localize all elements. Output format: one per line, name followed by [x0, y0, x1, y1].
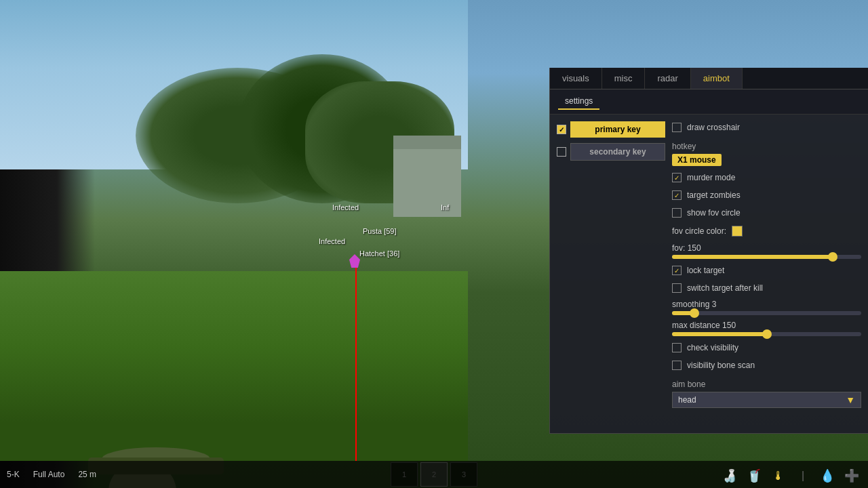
target-zombies-checkbox[interactable]	[672, 190, 682, 200]
dropdown-arrow-icon: ▼	[846, 394, 855, 405]
droplet-icon: 💧	[818, 466, 837, 485]
primary-key-button[interactable]: primary key	[570, 121, 665, 138]
bottle-icon: 🍶	[720, 466, 739, 485]
enemy-marker	[349, 254, 360, 268]
visibility-bone-scan-checkbox[interactable]	[672, 361, 682, 370]
smoothing-slider-track[interactable]	[672, 311, 861, 315]
show-fov-circle-label: show fov circle	[687, 208, 741, 218]
tab-visuals[interactable]: visuals	[550, 68, 602, 89]
check-visibility-label: check visibility	[687, 343, 738, 352]
aim-bone-section: aim bone head ▼	[672, 377, 861, 408]
key-bindings-col: primary key secondary key	[557, 121, 665, 408]
enemy-label-5: Inf	[441, 203, 449, 211]
aim-bone-dropdown[interactable]: head ▼	[672, 392, 861, 408]
murder-mode-row: murder mode	[672, 171, 861, 184]
medkit-icon: ➕	[842, 466, 861, 485]
max-distance-slider-track[interactable]	[672, 332, 861, 336]
hud-icons: 🍶 🥤 🌡 | 💧 ➕	[720, 466, 861, 485]
hud-stat-distance: 25 m	[78, 470, 96, 479]
smoothing-slider-thumb[interactable]	[690, 308, 699, 318]
target-zombies-row: target zombies	[672, 189, 861, 201]
visibility-bone-scan-label: visibility bone scan	[687, 361, 755, 370]
fov-slider-fill	[672, 255, 833, 259]
hotkey-badge[interactable]: X1 mouse	[672, 154, 722, 166]
settings-panel: visuals misc radar aimbot settings prima…	[549, 68, 868, 434]
lock-target-label: lock target	[687, 266, 724, 275]
enemy-label-3: Infected	[319, 237, 345, 245]
lock-target-checkbox[interactable]	[672, 266, 682, 275]
smoothing-label: smoothing 3	[672, 300, 861, 309]
fov-slider-track[interactable]	[672, 255, 861, 259]
primary-key-checkbox[interactable]	[557, 125, 566, 134]
sub-tab-settings[interactable]: settings	[558, 94, 599, 110]
aim-bone-label: aim bone	[672, 380, 861, 389]
check-visibility-row: check visibility	[672, 342, 861, 354]
max-distance-slider-row: max distance 150	[672, 321, 861, 336]
hud-stat-kills: 5-K	[7, 470, 20, 479]
fov-slider-row: fov: 150	[672, 243, 861, 259]
fov-slider-label: fov: 150	[672, 243, 861, 253]
visibility-bone-scan-row: visibility bone scan	[672, 359, 861, 371]
fov-slider-thumb[interactable]	[828, 252, 837, 262]
show-fov-circle-row: show fov circle	[672, 207, 861, 219]
switch-target-row: switch target after kill	[672, 282, 861, 294]
show-fov-circle-checkbox[interactable]	[672, 208, 682, 218]
secondary-key-checkbox[interactable]	[557, 147, 566, 157]
draw-crosshair-checkbox[interactable]	[672, 123, 682, 132]
building	[393, 136, 461, 217]
panel-body: primary key secondary key draw crosshair…	[550, 115, 868, 415]
fov-color-swatch[interactable]	[732, 226, 743, 237]
secondary-key-button[interactable]: secondary key	[570, 143, 665, 161]
options-col: draw crosshair hotkey X1 mouse murder mo…	[672, 121, 861, 408]
hotkey-label: hotkey	[672, 142, 861, 151]
switch-target-label: switch target after kill	[687, 283, 763, 293]
murder-mode-label: murder mode	[687, 173, 735, 182]
tab-misc[interactable]: misc	[602, 68, 646, 89]
murder-mode-checkbox[interactable]	[672, 173, 682, 182]
ground	[0, 271, 468, 461]
enemy-label-1: Infected	[332, 203, 359, 211]
separator-icon: |	[793, 466, 812, 485]
canteen-icon: 🥤	[745, 466, 764, 485]
tab-aimbot[interactable]: aimbot	[691, 68, 743, 89]
aim-line	[355, 261, 357, 461]
smoothing-slider-row: smoothing 3	[672, 300, 861, 315]
tab-radar[interactable]: radar	[645, 68, 690, 89]
check-visibility-checkbox[interactable]	[672, 343, 682, 352]
enemy-label-4: Hatchet [36]	[359, 249, 399, 258]
fov-circle-color-row: fov circle color:	[672, 224, 861, 238]
fov-circle-color-label: fov circle color:	[672, 226, 726, 236]
hud-stat-mode: Full Auto	[33, 470, 65, 479]
primary-key-row: primary key	[557, 121, 665, 138]
hotkey-section: hotkey X1 mouse	[672, 139, 861, 166]
max-distance-label: max distance 150	[672, 321, 861, 330]
target-zombies-label: target zombies	[687, 190, 741, 200]
aim-bone-value: head	[678, 395, 696, 405]
enemy-label-2: Pusta [59]	[363, 227, 397, 235]
lock-target-row: lock target	[672, 264, 861, 277]
thermometer-icon: 🌡	[769, 466, 788, 485]
tab-bar: visuals misc radar aimbot	[550, 68, 868, 89]
secondary-key-row: secondary key	[557, 143, 665, 161]
draw-crosshair-row: draw crosshair	[672, 121, 861, 134]
switch-target-checkbox[interactable]	[672, 283, 682, 293]
max-distance-slider-fill	[672, 332, 767, 336]
game-scene: Infected Pusta [59] Infected Hatchet [36…	[0, 0, 468, 488]
max-distance-slider-thumb[interactable]	[762, 329, 772, 339]
draw-crosshair-label: draw crosshair	[687, 123, 740, 132]
sub-tab-bar: settings	[550, 89, 868, 115]
